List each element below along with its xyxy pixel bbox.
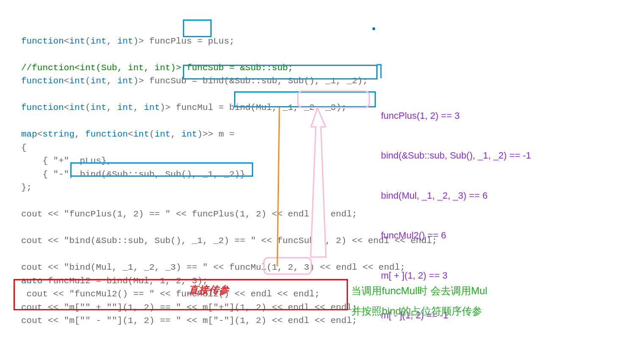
green-ann-2: 并按照bind的占位符顺序传参 [351, 304, 487, 319]
kw-function: function [21, 36, 64, 46]
cout-funcsub: cout << "bind(&Sub::sub, Sub(), _1, _2) … [21, 236, 437, 246]
out-bind-sub: bind(&Sub::sub, Sub(), _1, _2) == -1 [381, 148, 531, 162]
out-funcplus: funcPlus(1, 2) == 3 [381, 109, 531, 123]
green-ann-1: 当调用funcMul时 会去调用Mul [351, 283, 487, 298]
hl-funcsub-bind [183, 65, 378, 79]
hl-pink-placeholders [297, 90, 370, 108]
out-m-plus: m[ + ](1, 2) == 3 [381, 268, 531, 282]
hl-pink-args [263, 257, 312, 275]
out-funcmul2: funcMul2() == 6 [381, 228, 531, 242]
cout-funcmul: cout << "bind(Mul, _1, _2, _3) == " << f… [21, 263, 267, 272]
green-annotations: 当调用funcMul时 会去调用Mul 并按照bind的占位符顺序传参 [351, 283, 487, 319]
cout-m-minus: cout << "m["" - ""](1, 2) == " << m["-"]… [21, 316, 357, 326]
cout-funcplus: cout << "funcPlus(1, 2) == " << funcPlus… [21, 209, 357, 219]
hl-map-minus-bind [70, 162, 253, 177]
kw-int: int [69, 36, 85, 46]
hl-plus [183, 19, 212, 37]
hl-funcmul2-block [14, 279, 348, 310]
funcplus-decl: )> funcPlus = [133, 36, 208, 46]
out-bind-mul: bind(Mul, _1, _2, _3) == 6 [381, 189, 531, 203]
dot-marker [372, 27, 375, 30]
